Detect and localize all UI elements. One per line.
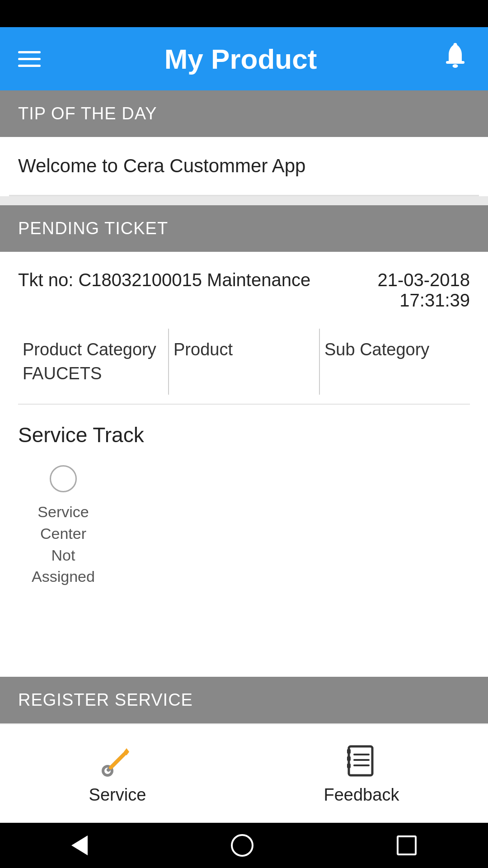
tip-section-title: TIP OF THE DAY [18,104,470,123]
menu-icon[interactable] [18,51,41,67]
step-label: Service Center Not Assigned [18,501,108,587]
step-circle [50,465,77,492]
svg-rect-10 [347,764,351,768]
bell-icon[interactable] [441,41,470,77]
feedback-icon [343,743,380,781]
android-nav [0,823,488,868]
pending-section-header: PENDING TICKET [0,205,488,252]
tip-section-header: TIP OF THE DAY [0,90,488,137]
pending-section-title: PENDING TICKET [18,219,470,238]
recent-icon[interactable] [397,835,417,855]
header-title: My Product [164,43,317,75]
step-label-line2: Not Assigned [32,547,95,585]
register-section-title: REGISTER SERVICE [18,690,470,710]
home-icon[interactable] [231,834,253,857]
feedback-label: Feedback [324,785,399,805]
svg-rect-9 [347,756,351,761]
product-cell: Product [169,329,320,395]
svg-point-1 [453,64,458,68]
status-bar [0,0,488,27]
svg-rect-8 [347,749,351,754]
back-icon[interactable] [71,835,88,855]
tip-text: Welcome to Cera Custommer App [18,155,470,177]
service-icon [99,743,136,781]
svg-line-5 [111,752,127,768]
ticket-number: Tkt no: C18032100015 Maintenance [18,270,310,290]
header: My Product [0,27,488,90]
tip-content: Welcome to Cera Custommer App [0,137,488,195]
product-header: Product [174,338,314,362]
sub-category-header: Sub Category [324,338,465,362]
nav-feedback[interactable]: Feedback [306,734,418,814]
product-table: Product Category FAUCETS Product Sub Cat… [0,320,488,404]
register-section: REGISTER SERVICE [0,677,488,723]
ticket-datetime: 21-03-2018 17:31:39 [377,270,470,311]
nav-service[interactable]: Service [71,734,164,814]
bottom-nav: Service Feedback [0,723,488,823]
section-gap [0,196,488,205]
ticket-time: 17:31:39 [377,290,470,311]
main-content: TIP OF THE DAY Welcome to Cera Custommer… [0,90,488,823]
service-track-step: Service Center Not Assigned [18,465,108,587]
ticket-detail: Tkt no: C18032100015 Maintenance 21-03-2… [0,252,488,320]
content-spacer [0,606,488,677]
service-track-title: Service Track [18,423,470,447]
svg-point-2 [454,43,457,47]
product-category-value: FAUCETS [23,362,164,386]
ticket-date: 21-03-2018 [377,270,470,290]
sub-category-cell: Sub Category [320,329,470,395]
service-label: Service [89,785,146,805]
svg-rect-0 [446,61,465,64]
product-category-cell: Product Category FAUCETS [18,329,169,395]
service-track: Service Track Service Center Not Assigne… [0,405,488,605]
product-category-header: Product Category [23,338,164,362]
step-label-line1: Service Center [38,503,89,542]
